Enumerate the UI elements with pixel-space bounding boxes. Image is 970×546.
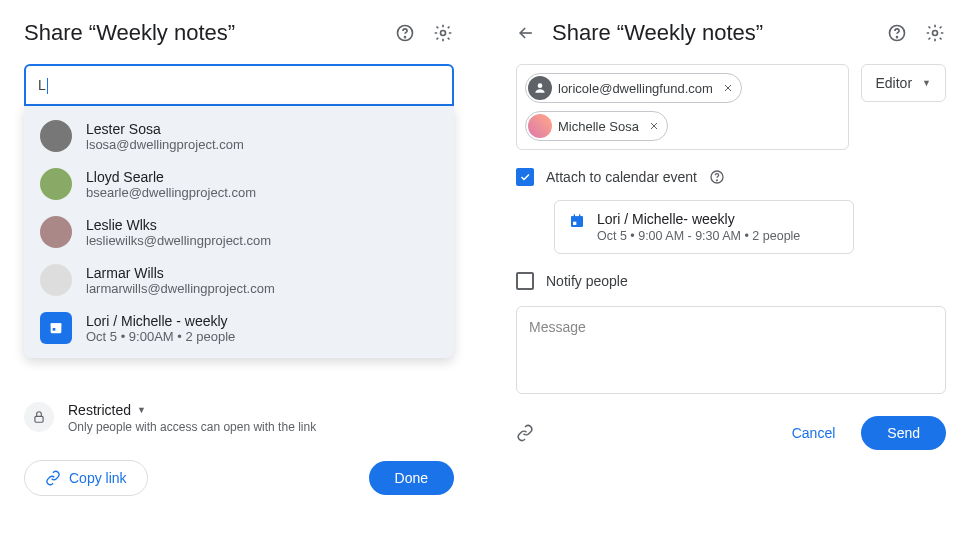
- caret-down-icon: ▼: [922, 78, 931, 88]
- autocomplete-item-event[interactable]: Lori / Michelle - weeklyOct 5 • 9:00AM •…: [24, 304, 454, 352]
- help-icon[interactable]: [886, 22, 908, 44]
- help-icon[interactable]: [709, 169, 725, 185]
- avatar: [40, 120, 72, 152]
- access-level-dropdown[interactable]: Restricted ▼: [68, 402, 316, 418]
- event-title: Lori / Michelle- weekly: [597, 211, 800, 227]
- autocomplete-item-text: Lester Sosalsosa@dwellingproject.com: [86, 121, 244, 152]
- svg-rect-15: [574, 214, 575, 217]
- gear-icon[interactable]: [924, 22, 946, 44]
- suggestion-name: Larmar Wills: [86, 265, 275, 281]
- done-button[interactable]: Done: [369, 461, 454, 495]
- svg-point-1: [405, 37, 406, 38]
- caret-down-icon: ▼: [137, 405, 146, 415]
- text-cursor: [47, 78, 48, 94]
- chip-label: loricole@dwellingfund.com: [558, 81, 713, 96]
- suggestion-name: Lori / Michelle - weekly: [86, 313, 235, 329]
- send-button[interactable]: Send: [861, 416, 946, 450]
- dialog-title: Share “Weekly notes”: [552, 20, 870, 46]
- remove-chip-icon[interactable]: [719, 79, 737, 97]
- copy-link-label: Copy link: [69, 470, 127, 486]
- dialog-header: Share “Weekly notes”: [516, 20, 946, 46]
- people-search-input[interactable]: L: [24, 64, 454, 106]
- message-textarea[interactable]: Message: [516, 306, 946, 394]
- event-detail: Oct 5 • 9:00 AM - 9:30 AM • 2 people: [597, 229, 800, 243]
- people-search-wrap: L Lester Sosalsosa@dwellingproject.comLl…: [24, 64, 454, 358]
- autocomplete-item-text: Leslie Wlkslesliewilks@dwellingproject.c…: [86, 217, 271, 248]
- recipient-chip[interactable]: Michelle Sosa: [525, 111, 668, 141]
- suggestion-detail: lsosa@dwellingproject.com: [86, 137, 244, 152]
- svg-rect-17: [573, 222, 576, 225]
- role-label: Editor: [876, 75, 913, 91]
- dialog-header: Share “Weekly notes”: [24, 20, 454, 46]
- send-label: Send: [887, 425, 920, 441]
- recipient-chip[interactable]: loricole@dwellingfund.com: [525, 73, 742, 103]
- search-input-value: L: [38, 77, 46, 93]
- share-dialog-autocomplete: Share “Weekly notes” L Lester Sosalsosa@…: [0, 0, 488, 546]
- avatar: [528, 114, 552, 138]
- attach-event-label: Attach to calendar event: [546, 169, 697, 185]
- link-icon: [45, 470, 61, 486]
- notify-label: Notify people: [546, 273, 628, 289]
- autocomplete-item-person[interactable]: Leslie Wlkslesliewilks@dwellingproject.c…: [24, 208, 454, 256]
- link-icon[interactable]: [516, 424, 534, 442]
- access-level-label: Restricted: [68, 402, 131, 418]
- suggestion-detail: Oct 5 • 9:00AM • 2 people: [86, 329, 235, 344]
- autocomplete-dropdown: Lester Sosalsosa@dwellingproject.comLloy…: [24, 106, 454, 358]
- notify-checkbox[interactable]: [516, 272, 534, 290]
- back-arrow-icon[interactable]: [516, 23, 536, 43]
- cancel-label: Cancel: [792, 425, 836, 441]
- suggestion-detail: lesliewilks@dwellingproject.com: [86, 233, 271, 248]
- autocomplete-item-person[interactable]: Lester Sosalsosa@dwellingproject.com: [24, 112, 454, 160]
- message-placeholder: Message: [529, 319, 586, 335]
- svg-point-12: [717, 180, 718, 181]
- role-dropdown[interactable]: Editor ▼: [861, 64, 947, 102]
- svg-point-2: [441, 31, 446, 36]
- autocomplete-item-text: Larmar Willslarmarwills@dwellingproject.…: [86, 265, 275, 296]
- dialog-footer: Copy link Done: [24, 460, 454, 496]
- svg-rect-4: [51, 323, 62, 326]
- svg-rect-14: [571, 216, 583, 219]
- notify-row: Notify people: [516, 272, 946, 290]
- svg-rect-5: [53, 328, 56, 331]
- autocomplete-item-text: Lloyd Searlebsearle@dwellingproject.com: [86, 169, 256, 200]
- dialog-footer: Cancel Send: [516, 416, 946, 450]
- calendar-icon: [40, 312, 72, 344]
- svg-point-8: [897, 37, 898, 38]
- svg-point-10: [538, 83, 543, 88]
- suggestion-name: Leslie Wlks: [86, 217, 271, 233]
- svg-rect-6: [35, 416, 43, 422]
- avatar: [40, 216, 72, 248]
- suggestion-name: Lester Sosa: [86, 121, 244, 137]
- recipients-input[interactable]: loricole@dwellingfund.comMichelle Sosa: [516, 64, 849, 150]
- avatar: [528, 76, 552, 100]
- autocomplete-item-person[interactable]: Larmar Willslarmarwills@dwellingproject.…: [24, 256, 454, 304]
- copy-link-button[interactable]: Copy link: [24, 460, 148, 496]
- remove-chip-icon[interactable]: [645, 117, 663, 135]
- svg-rect-16: [579, 214, 580, 217]
- calendar-event-card[interactable]: Lori / Michelle- weekly Oct 5 • 9:00 AM …: [554, 200, 854, 254]
- suggestion-name: Lloyd Searle: [86, 169, 256, 185]
- lock-icon: [24, 402, 54, 432]
- access-level-description: Only people with access can open with th…: [68, 420, 316, 434]
- suggestion-detail: bsearle@dwellingproject.com: [86, 185, 256, 200]
- dialog-title: Share “Weekly notes”: [24, 20, 378, 46]
- calendar-icon: [569, 213, 585, 229]
- gear-icon[interactable]: [432, 22, 454, 44]
- general-access-row: Restricted ▼ Only people with access can…: [24, 402, 454, 434]
- avatar: [40, 264, 72, 296]
- suggestion-detail: larmarwills@dwellingproject.com: [86, 281, 275, 296]
- attach-event-checkbox[interactable]: [516, 168, 534, 186]
- share-dialog-compose: Share “Weekly notes” loricole@dwellingfu…: [488, 0, 970, 546]
- avatar: [40, 168, 72, 200]
- cancel-button[interactable]: Cancel: [772, 416, 856, 450]
- attach-event-row: Attach to calendar event: [516, 168, 946, 186]
- svg-point-9: [933, 31, 938, 36]
- recipients-row: loricole@dwellingfund.comMichelle Sosa E…: [516, 64, 946, 150]
- chip-label: Michelle Sosa: [558, 119, 639, 134]
- autocomplete-item-person[interactable]: Lloyd Searlebsearle@dwellingproject.com: [24, 160, 454, 208]
- help-icon[interactable]: [394, 22, 416, 44]
- done-label: Done: [395, 470, 428, 486]
- general-access-text: Restricted ▼ Only people with access can…: [68, 402, 316, 434]
- autocomplete-item-text: Lori / Michelle - weeklyOct 5 • 9:00AM •…: [86, 313, 235, 344]
- event-text: Lori / Michelle- weekly Oct 5 • 9:00 AM …: [597, 211, 800, 243]
